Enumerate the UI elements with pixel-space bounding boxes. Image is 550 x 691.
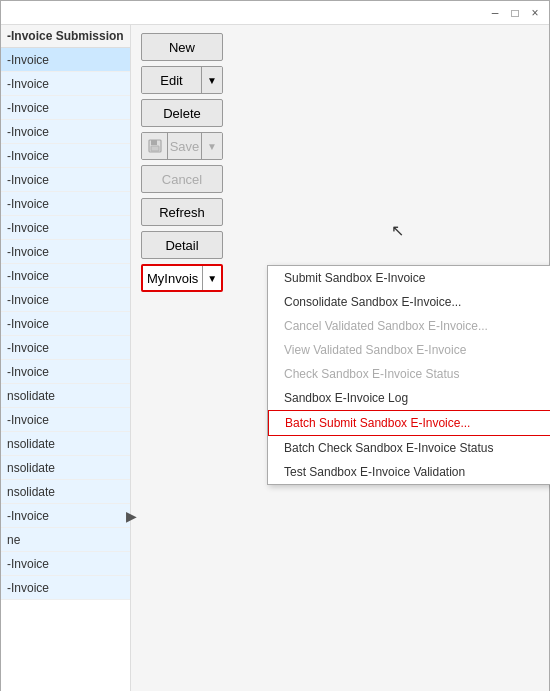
cancel-button-label: Cancel [162,172,202,187]
dropdown-item-6[interactable]: Batch Submit Sandbox E-Invoice... [268,410,550,436]
maximize-button[interactable]: □ [505,3,525,23]
svg-rect-1 [151,140,157,145]
sidebar-item-4[interactable]: -Invoice [1,144,130,168]
sidebar-item-6[interactable]: -Invoice [1,192,130,216]
refresh-button[interactable]: Refresh [141,198,223,226]
sidebar-item-14[interactable]: nsolidate [1,384,130,408]
new-button-label: New [169,40,195,55]
sidebar-item-10[interactable]: -Invoice [1,288,130,312]
dropdown-item-8[interactable]: Test Sandbox E-Invoice Validation [268,460,550,484]
cursor-indicator: ↖ [391,221,404,240]
sidebar-item-11[interactable]: -Invoice [1,312,130,336]
save-label: Save [168,133,202,159]
sidebar-item-1[interactable]: -Invoice [1,72,130,96]
dropdown-item-7[interactable]: Batch Check Sandbox E-Invoice Status [268,436,550,460]
myinvois-label: MyInvois [147,271,198,286]
sidebar-item-7[interactable]: -Invoice [1,216,130,240]
sidebar-item-5[interactable]: -Invoice [1,168,130,192]
sidebar-item-15[interactable]: -Invoice [1,408,130,432]
delete-button[interactable]: Delete [141,99,223,127]
sidebar-item-19[interactable]: -Invoice [1,504,130,528]
save-arrow[interactable]: ▼ [202,133,222,159]
minimize-button[interactable]: – [485,3,505,23]
dropdown-item-4: Check Sandbox E-Invoice Status [268,362,550,386]
sidebar-header: -Invoice Submission [1,25,130,48]
myinvois-button[interactable]: MyInvois ▼ [141,264,223,292]
myinvois-button-main[interactable]: MyInvois [143,266,203,290]
content-area: -Invoice Submission -Invoice -Invoice -I… [1,25,549,691]
sidebar-item-21[interactable]: -Invoice [1,552,130,576]
sidebar-item-3[interactable]: -Invoice [1,120,130,144]
detail-button[interactable]: Detail [141,231,223,259]
sidebar-item-22[interactable]: -Invoice [1,576,130,600]
detail-button-label: Detail [165,238,198,253]
sidebar-item-18[interactable]: nsolidate [1,480,130,504]
close-button[interactable]: × [525,3,545,23]
main-window: – □ × -Invoice Submission -Invoice -Invo… [0,0,550,691]
sidebar: -Invoice Submission -Invoice -Invoice -I… [1,25,131,691]
save-button[interactable]: Save ▼ [141,132,223,160]
dropdown-item-1[interactable]: Consolidate Sandbox E-Invoice... [268,290,550,314]
sidebar-item-17[interactable]: nsolidate [1,456,130,480]
svg-rect-2 [151,146,159,151]
arrow-indicator: ▶ [125,506,137,526]
delete-button-label: Delete [163,106,201,121]
save-icon [142,133,168,159]
sidebar-item-0[interactable]: -Invoice [1,48,130,72]
toolbar-area: New Edit ▼ Delete [131,25,549,691]
dropdown-item-2: Cancel Validated Sandbox E-Invoice... [268,314,550,338]
sidebar-item-2[interactable]: -Invoice [1,96,130,120]
sidebar-item-9[interactable]: -Invoice [1,264,130,288]
edit-button-main[interactable]: Edit [142,67,202,93]
dropdown-item-3: View Validated Sandbox E-Invoice [268,338,550,362]
dropdown-item-5[interactable]: Sandbox E-Invoice Log [268,386,550,410]
dropdown-menu: Submit Sandbox E-Invoice Consolidate San… [267,265,550,485]
sidebar-item-13[interactable]: -Invoice [1,360,130,384]
sidebar-item-20[interactable]: ne [1,528,130,552]
title-bar: – □ × [1,1,549,25]
edit-button-arrow[interactable]: ▼ [202,67,222,93]
sidebar-item-16[interactable]: nsolidate [1,432,130,456]
cancel-button[interactable]: Cancel [141,165,223,193]
myinvois-button-arrow[interactable]: ▼ [203,266,221,290]
refresh-button-label: Refresh [159,205,205,220]
dropdown-item-0[interactable]: Submit Sandbox E-Invoice [268,266,550,290]
sidebar-item-8[interactable]: -Invoice [1,240,130,264]
edit-label: Edit [160,73,182,88]
sidebar-item-12[interactable]: -Invoice [1,336,130,360]
edit-button[interactable]: Edit ▼ [141,66,223,94]
new-button[interactable]: New [141,33,223,61]
